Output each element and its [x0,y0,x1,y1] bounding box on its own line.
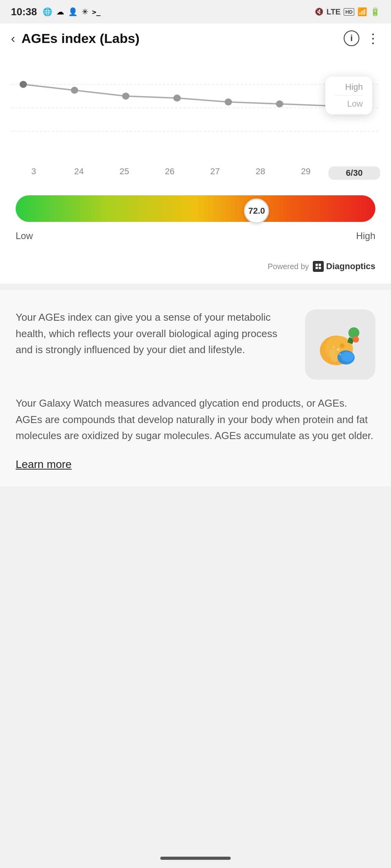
svg-point-16 [341,352,353,362]
x-label-1: 24 [56,166,102,180]
status-left-icons: 🌐 ☁ 👤 ✳ >_ [43,7,101,16]
fan-icon: ✳ [82,7,88,16]
info-text-block: Your AGEs index can give you a sense of … [16,309,293,358]
diagnoptics-icon [313,261,324,272]
cloud-icon: ☁ [56,7,64,16]
gauge-labels: Low High [16,230,375,241]
learn-more-link[interactable]: Learn more [16,458,72,470]
bottom-spacer [0,486,391,564]
page-header: ‹ AGEs index (Labs) i ⋮ [0,23,391,53]
svg-rect-6 [319,267,321,269]
info-paragraph-1: Your AGEs index can give you a sense of … [16,309,293,358]
wifi-icon: 🌐 [43,7,52,16]
home-indicator[interactable] [160,857,231,860]
info-button[interactable]: i [344,30,359,46]
svg-point-20 [339,354,341,355]
line-chart-container: High Low [11,61,380,163]
x-axis: 3 24 25 26 27 28 29 6/30 [11,166,380,180]
gauge-value: 72.0 [248,206,265,216]
gauge-section: 72.0 Low High [0,191,391,257]
powered-by-section: Powered by Diagnoptics [0,257,391,284]
svg-point-12 [330,354,338,362]
powered-by-text: Powered by [267,262,309,271]
gauge-marker: 72.0 [244,198,269,223]
info-paragraph-2: Your Galaxy Watch measures advanced glyc… [16,395,375,444]
lte-label: LTE [326,7,341,16]
svg-point-19 [333,346,334,348]
gradient-bar-wrapper: 72.0 [16,195,375,227]
mute-icon: 🔇 [315,7,323,16]
gradient-bar [16,195,375,222]
svg-point-13 [348,327,359,338]
diagnoptics-icon-svg [315,263,322,270]
chart-point-4 [173,95,181,102]
chart-point-2 [71,87,78,94]
svg-rect-3 [316,264,318,266]
svg-point-11 [340,343,344,348]
x-label-2: 25 [102,166,147,180]
line-chart [11,61,380,139]
terminal-icon: >_ [92,8,101,16]
header-right: i ⋮ [344,30,380,46]
status-right-icons: 🔇 LTE HD 📶 🔋 [315,7,380,16]
bottom-bar [0,848,391,868]
svg-point-17 [353,336,359,343]
hd-badge: HD [344,8,354,16]
x-label-0: 3 [11,166,56,180]
ages-illustration [305,309,375,380]
signal-icon: 📶 [357,7,367,16]
svg-point-18 [337,348,339,351]
section-divider [0,284,391,290]
status-time: 10:38 [11,6,37,18]
chart-point-3 [122,93,129,100]
x-label-5: 28 [238,166,283,180]
x-label-selected: 6/30 [328,166,380,180]
chart-point-6 [276,100,283,107]
status-bar: 10:38 🌐 ☁ 👤 ✳ >_ 🔇 LTE HD 📶 🔋 [0,0,391,23]
page-title: AGEs index (Labs) [22,31,140,46]
tooltip-low-label: Low [335,99,363,109]
x-label-6: 29 [283,166,328,180]
info-section: Your AGEs index can give you a sense of … [0,290,391,486]
x-label-3: 26 [147,166,192,180]
chart-tooltip: High Low [325,77,372,114]
gauge-low-label: Low [16,230,33,241]
svg-rect-4 [319,264,321,266]
tooltip-high-label: High [335,82,363,92]
back-button[interactable]: ‹ [11,31,15,46]
battery-icon: 🔋 [370,7,380,16]
ages-illustration-svg [311,315,369,374]
chart-point-5 [224,98,232,105]
gauge-high-label: High [356,230,375,241]
diagnoptics-brand-name: Diagnoptics [326,261,375,271]
x-label-4: 27 [192,166,238,180]
more-button[interactable]: ⋮ [366,30,380,46]
diagnoptics-logo: Diagnoptics [313,261,375,272]
header-left: ‹ AGEs index (Labs) [11,31,140,46]
chart-section: High Low 3 24 25 26 27 28 29 6/30 [0,53,391,191]
chart-point-1 [20,81,27,88]
person-icon: 👤 [68,7,78,16]
svg-rect-5 [316,267,318,269]
info-content-block: Your AGEs index can give you a sense of … [16,309,375,380]
